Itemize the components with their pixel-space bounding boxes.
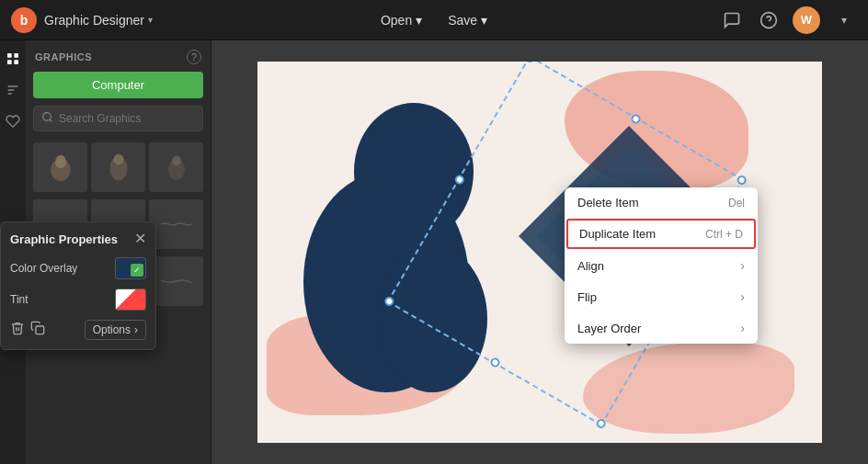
upload-button[interactable]: Computer — [33, 72, 203, 98]
copy-icon-button[interactable] — [30, 321, 45, 339]
ctx-flip-arrow: › — [740, 289, 745, 304]
graphic-thumb-6[interactable] — [149, 199, 203, 249]
ctx-delete-item[interactable]: Delete Item Del — [565, 187, 758, 218]
avatar-chevron[interactable]: ▾ — [831, 7, 857, 33]
app-title[interactable]: Graphic Designer ▾ — [44, 13, 153, 28]
swatch-check-icon: ✓ — [131, 264, 143, 277]
ctx-flip-label: Flip — [577, 290, 597, 304]
color-overlay-label: Color Overlay — [10, 262, 77, 275]
center-actions: Open ▾ Save ▾ — [371, 9, 497, 31]
ctx-layer-order-label: Layer Order — [577, 322, 641, 335]
help-icon-button[interactable] — [756, 7, 782, 33]
avatar[interactable]: W — [793, 6, 820, 34]
tint-swatch[interactable] — [115, 289, 146, 311]
graphic-thumb-3[interactable] — [149, 142, 203, 192]
panel-footer: Options › — [10, 320, 146, 340]
search-icon — [41, 111, 53, 126]
right-actions: W ▾ — [719, 6, 857, 34]
graphic-thumb-9[interactable] — [149, 256, 203, 306]
svg-point-5 — [43, 113, 51, 121]
panel-title: Graphic Properties — [10, 232, 118, 246]
graphic-thumb-1[interactable] — [33, 142, 87, 192]
panel-header: Graphic Properties ✕ — [10, 232, 146, 246]
save-button[interactable]: Save ▾ — [439, 9, 497, 31]
sidebar-icon-graphics[interactable] — [4, 50, 22, 68]
ctx-duplicate-shortcut: Ctrl + D — [705, 228, 743, 241]
svg-rect-1 — [7, 53, 12, 58]
canvas-area: Delete Item Del Duplicate Item Ctrl + D … — [211, 40, 868, 464]
search-input[interactable] — [59, 112, 197, 125]
comment-icon-button[interactable] — [719, 7, 745, 33]
app-logo[interactable]: b — [11, 7, 37, 33]
silhouette-shape — [285, 98, 542, 402]
svg-rect-2 — [14, 53, 18, 58]
main-area: GRAPHICS ? Computer — [0, 40, 868, 464]
section-header: GRAPHICS ? — [33, 50, 203, 64]
ctx-flip-item[interactable]: Flip › — [565, 281, 758, 312]
svg-point-9 — [113, 154, 123, 165]
svg-rect-13 — [36, 326, 44, 334]
ctx-delete-shortcut: Del — [728, 197, 745, 209]
section-title: GRAPHICS — [35, 51, 92, 62]
svg-rect-4 — [14, 60, 18, 64]
sidebar-icon-text[interactable] — [4, 81, 22, 99]
search-bar — [33, 106, 203, 131]
tint-row: Tint — [10, 289, 146, 311]
app-title-text: Graphic Designer — [44, 13, 144, 28]
ctx-layer-order-item[interactable]: Layer Order › — [565, 312, 758, 344]
selection-handle-tl[interactable] — [523, 62, 536, 64]
ctx-align-item[interactable]: Align › — [565, 250, 758, 281]
sidebar-icon-heart[interactable] — [4, 112, 22, 130]
ctx-layer-order-arrow: › — [740, 321, 745, 335]
topbar: b Graphic Designer ▾ Open ▾ Save ▾ W — [0, 0, 868, 40]
ctx-duplicate-item[interactable]: Duplicate Item Ctrl + D — [566, 219, 756, 249]
color-overlay-swatch[interactable]: ✓ — [115, 257, 146, 279]
delete-icon-button[interactable] — [10, 321, 25, 339]
svg-point-16 — [377, 245, 487, 392]
app-title-chevron: ▾ — [148, 15, 153, 25]
ctx-align-arrow: › — [740, 258, 745, 273]
tint-label: Tint — [10, 293, 29, 306]
open-button[interactable]: Open ▾ — [371, 9, 431, 31]
panel-close-button[interactable]: ✕ — [134, 232, 146, 246]
sidebar-help-icon[interactable]: ? — [187, 50, 201, 64]
graphic-properties-panel: Graphic Properties ✕ Color Overlay ✓ Tin… — [0, 221, 156, 350]
sidebar: GRAPHICS ? Computer — [0, 40, 211, 464]
ctx-align-label: Align — [577, 259, 604, 273]
ctx-duplicate-label: Duplicate Item — [579, 227, 656, 241]
graphic-thumb-2[interactable] — [91, 142, 145, 192]
color-overlay-row: Color Overlay ✓ — [10, 257, 146, 279]
svg-point-7 — [55, 155, 66, 168]
svg-point-11 — [172, 155, 181, 165]
ctx-delete-label: Delete Item — [577, 196, 638, 209]
context-menu: Delete Item Del Duplicate Item Ctrl + D … — [565, 187, 758, 344]
options-button[interactable]: Options › — [85, 320, 146, 340]
svg-rect-3 — [7, 60, 12, 64]
